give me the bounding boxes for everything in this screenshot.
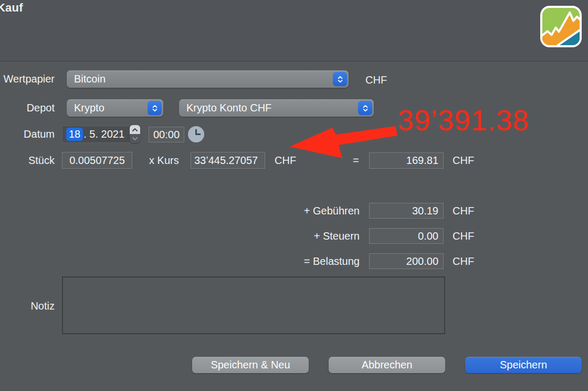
amount-currency: CHF (453, 154, 474, 167)
save-button[interactable]: Speichern (465, 357, 582, 373)
belastung-currency: CHF (453, 255, 474, 267)
date-field[interactable]: 18 . 5. 2021 (62, 126, 132, 143)
date-stepper[interactable] (130, 125, 140, 143)
depot-selected-value: Krypto (74, 102, 104, 114)
chevron-updown-icon[interactable] (148, 101, 162, 115)
window-title: Kauf (0, 1, 23, 15)
gebuehren-currency: CHF (453, 204, 474, 217)
belastung-input[interactable] (369, 253, 444, 269)
annotation-price-text: 39’391.38 (398, 104, 530, 137)
wertpapier-currency: CHF (365, 74, 387, 86)
depot-label: Depot (0, 101, 55, 114)
gebuehren-label: + Gebühren (276, 204, 360, 217)
kurs-input[interactable] (191, 152, 265, 169)
depot-select[interactable]: Krypto (67, 99, 163, 117)
stueck-label: Stück (0, 154, 55, 167)
datum-label: Datum (0, 128, 55, 140)
chart-app-icon (540, 6, 582, 47)
date-rest[interactable]: . 5. 2021 (83, 128, 124, 140)
steuern-label: + Steuern (276, 230, 360, 242)
quantity-input[interactable] (62, 152, 132, 169)
notiz-textarea[interactable] (62, 276, 445, 334)
wertpapier-selected-value: Bitcoin (74, 73, 106, 85)
gebuehren-input[interactable] (369, 203, 444, 219)
chevron-updown-icon[interactable] (358, 101, 372, 115)
cancel-button[interactable]: Abbrechen (329, 357, 445, 373)
chevron-updown-icon[interactable] (333, 72, 347, 86)
stepper-down-icon[interactable] (130, 134, 140, 143)
notiz-label: Notiz (0, 300, 55, 312)
clock-button[interactable] (188, 126, 204, 142)
steuern-currency: CHF (453, 230, 474, 242)
konto-selected-value: Krypto Konto CHF (186, 102, 271, 114)
titlebar: Kauf (0, 0, 588, 61)
wertpapier-select[interactable]: Bitcoin (67, 70, 349, 88)
wertpapier-label: Wertpapier (0, 73, 55, 85)
konto-select[interactable]: Krypto Konto CHF (179, 99, 374, 117)
clock-icon (188, 126, 204, 142)
stepper-up-icon[interactable] (130, 125, 140, 134)
kurs-label: x Kurs (149, 154, 179, 167)
belastung-label: = Belastung (276, 255, 360, 267)
steuern-input[interactable] (369, 228, 444, 244)
kauf-dialog: Kauf Wertpapier Bitcoin CHF Depot (0, 0, 588, 391)
annotation-arrow-icon (284, 118, 404, 166)
time-input[interactable] (149, 127, 184, 142)
date-day-selected[interactable]: 18 (66, 128, 83, 141)
save-and-new-button[interactable]: Speichern & Neu (192, 357, 309, 373)
